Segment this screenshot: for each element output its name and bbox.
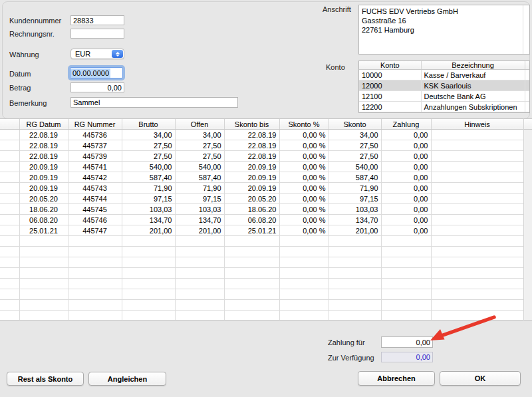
invoice-cell: 27,50 bbox=[329, 140, 381, 151]
invoice-cell bbox=[381, 268, 431, 279]
zahlung-fuer-field[interactable]: 0,00 bbox=[381, 336, 433, 348]
marker-cell bbox=[0, 268, 19, 279]
invoice-empty-row[interactable] bbox=[0, 236, 523, 247]
konto-row[interactable]: 12100Deutsche Bank AG bbox=[359, 91, 530, 102]
bezeichnung-col-header[interactable]: Bezeichnung bbox=[421, 61, 525, 70]
invoice-cell: 103,03 bbox=[329, 204, 381, 215]
anschrift-line: FUCHS EDV Vertriebs GmbH bbox=[362, 7, 521, 16]
invoice-cell bbox=[431, 151, 523, 162]
marker-cell bbox=[0, 151, 19, 162]
abbrechen-button[interactable]: Abbrechen bbox=[358, 371, 435, 386]
invoice-cell: 540,00 bbox=[122, 162, 175, 172]
invoice-col-header[interactable]: RG Datum bbox=[19, 119, 68, 130]
invoice-cell bbox=[19, 279, 68, 289]
invoice-row[interactable]: 22.08.1944573927,5027,5022.08.190,00 %27… bbox=[0, 151, 523, 162]
invoice-empty-row[interactable] bbox=[0, 268, 523, 279]
invoice-cell bbox=[381, 289, 431, 300]
invoice-empty-row[interactable] bbox=[0, 247, 523, 257]
invoice-cell: 201,00 bbox=[329, 225, 381, 236]
invoice-cell: 134,70 bbox=[329, 215, 381, 225]
invoice-col-header[interactable]: Skonto bbox=[329, 119, 381, 130]
invoice-cell: 22.08.19 bbox=[224, 140, 279, 151]
anschrift-scrollbar[interactable] bbox=[523, 5, 529, 54]
invoice-row[interactable]: 22.08.1944573634,0034,0022.08.190,00 %34… bbox=[0, 130, 523, 140]
invoice-empty-row[interactable] bbox=[0, 289, 523, 300]
angleichen-button[interactable]: Angleichen bbox=[88, 372, 166, 386]
invoice-cell: 25.01.21 bbox=[224, 225, 279, 236]
anschrift-textarea[interactable]: FUCHS EDV Vertriebs GmbH Gasstraße 16 22… bbox=[358, 5, 530, 55]
invoice-col-header[interactable]: Skonto % bbox=[279, 119, 329, 130]
invoice-cell: 22.08.19 bbox=[224, 130, 279, 140]
invoice-row[interactable]: 25.01.21445747201,00201,0025.01.210,00 %… bbox=[0, 225, 523, 236]
invoice-row[interactable]: 18.06.20445745103,03103,0318.06.200,00 %… bbox=[0, 204, 523, 215]
invoice-cell bbox=[19, 268, 68, 279]
invoice-table-scrollbar[interactable] bbox=[523, 118, 532, 321]
invoice-cell bbox=[122, 289, 175, 300]
betrag-field[interactable]: 0,00 bbox=[70, 82, 124, 92]
marker-col-header bbox=[0, 119, 19, 130]
zahlung-fuer-value: 0,00 bbox=[416, 338, 430, 346]
invoice-row[interactable]: 20.09.19445741540,00540,0020.09.190,00 %… bbox=[0, 162, 523, 172]
zahlung-fuer-label: Zahlung für bbox=[328, 338, 365, 346]
konto-row[interactable]: 10000Kasse / Barverkauf bbox=[359, 70, 530, 80]
invoice-cell: 34,00 bbox=[329, 130, 381, 140]
invoice-row[interactable]: 20.09.1944574371,9071,9020.09.190,00 %71… bbox=[0, 183, 523, 194]
invoice-col-header[interactable]: Hinweis bbox=[431, 119, 523, 130]
invoice-col-header[interactable]: Zahlung bbox=[381, 119, 431, 130]
invoice-empty-row[interactable] bbox=[0, 311, 523, 321]
invoice-cell: 0,00 % bbox=[279, 183, 329, 194]
invoice-cell: 445745 bbox=[68, 204, 122, 215]
invoice-row[interactable]: 22.08.1944573727,5027,5022.08.190,00 %27… bbox=[0, 140, 523, 151]
konto-col-header[interactable]: Konto bbox=[359, 61, 421, 70]
invoice-cell: 0,00 % bbox=[279, 172, 329, 183]
invoice-row[interactable]: 06.08.20445746134,70134,7006.08.200,00 %… bbox=[0, 215, 523, 225]
invoice-cell: 540,00 bbox=[329, 162, 381, 172]
invoice-cell bbox=[431, 162, 523, 172]
invoice-cell bbox=[122, 300, 175, 311]
invoice-cell: 0,00 % bbox=[279, 225, 329, 236]
rechnungsnr-field[interactable] bbox=[70, 29, 124, 39]
invoice-cell: 22.08.19 bbox=[19, 140, 68, 151]
invoice-row[interactable]: 20.09.19445742587,40587,4020.09.190,00 %… bbox=[0, 172, 523, 183]
anschrift-line: 22761 Hamburg bbox=[362, 25, 521, 35]
invoice-cell: 27,50 bbox=[175, 151, 224, 162]
invoice-col-header[interactable]: Brutto bbox=[122, 119, 175, 130]
zur-verfuegung-label: Zur Verfügung bbox=[328, 354, 374, 362]
konto-row[interactable]: 12200Anzahlungen Subskriptionen bbox=[359, 102, 530, 112]
invoice-cell: 0,00 bbox=[381, 225, 431, 236]
datum-field[interactable]: 00.00.0000 bbox=[70, 67, 123, 78]
invoice-cell: 587,40 bbox=[329, 172, 381, 183]
invoice-col-header[interactable]: Skonto bis bbox=[224, 119, 279, 130]
rechnungsnr-label: Rechnungsnr. bbox=[9, 30, 55, 38]
bemerkung-field[interactable]: Sammel bbox=[70, 97, 238, 108]
invoice-cell bbox=[19, 311, 68, 321]
waehrung-select[interactable]: EUR bbox=[70, 49, 124, 59]
konto-header-spacer bbox=[525, 61, 530, 70]
invoice-cell: 445747 bbox=[68, 225, 122, 236]
rest-als-skonto-button[interactable]: Rest als Skonto bbox=[7, 372, 84, 386]
invoice-cell bbox=[279, 311, 329, 321]
invoice-cell: 103,03 bbox=[175, 204, 224, 215]
invoice-cell: 0,00 % bbox=[279, 130, 329, 140]
konto-row[interactable]: 12000KSK Saarlouis bbox=[359, 80, 530, 91]
invoice-empty-row[interactable] bbox=[0, 279, 523, 289]
invoice-cell: 0,00 bbox=[381, 172, 431, 183]
invoice-col-header[interactable]: RG Nummer bbox=[68, 119, 122, 130]
invoice-row[interactable]: 20.05.2044574497,1597,1520.05.200,00 %97… bbox=[0, 194, 523, 204]
ok-button[interactable]: OK bbox=[440, 371, 521, 386]
invoice-cell bbox=[224, 268, 279, 279]
kundennummer-field[interactable]: 28833 bbox=[70, 15, 124, 25]
invoice-cell: 445736 bbox=[68, 130, 122, 140]
invoice-cell bbox=[279, 268, 329, 279]
bemerkung-value: Sammel bbox=[73, 98, 100, 106]
invoice-cell: 0,00 bbox=[381, 140, 431, 151]
invoice-empty-row[interactable] bbox=[0, 300, 523, 311]
invoice-col-header[interactable]: Offen bbox=[175, 119, 224, 130]
invoice-cell bbox=[279, 300, 329, 311]
konto-table: Konto Bezeichnung 10000Kasse / Barverkau… bbox=[358, 61, 530, 113]
invoice-empty-row[interactable] bbox=[0, 257, 523, 268]
invoice-cell: 22.08.19 bbox=[19, 130, 68, 140]
invoice-cell bbox=[175, 300, 224, 311]
invoice-cell bbox=[122, 257, 175, 268]
marker-cell bbox=[0, 289, 19, 300]
